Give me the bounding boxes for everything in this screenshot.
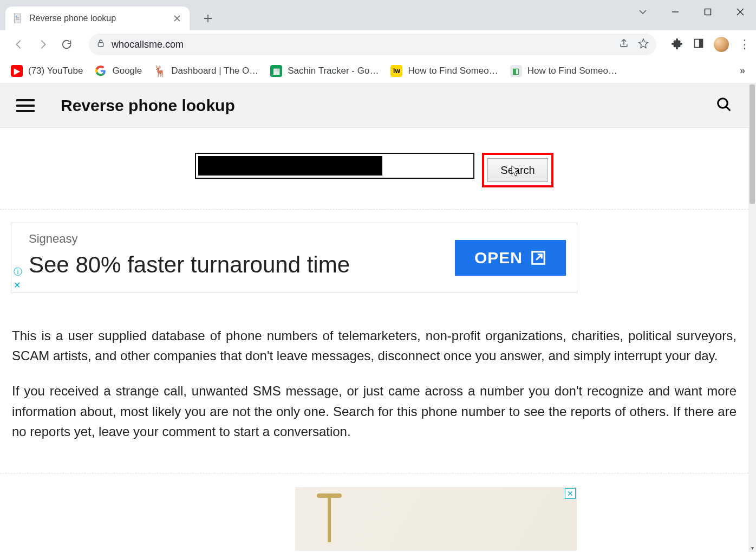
ad-close-button[interactable]: ✕ [565,488,576,499]
reload-button[interactable] [57,35,76,54]
window-minimize-button[interactable] [663,1,688,23]
svg-point-8 [718,98,728,108]
browser-tab[interactable]: Reverse phone lookup [5,7,190,30]
ad-brand: Signeasy [29,232,78,246]
ad-banner-2[interactable]: ✕ [11,486,577,551]
bookmark-favicon: ◧ [510,65,522,77]
description-paragraph: This is a user supplied database of phon… [12,326,737,366]
bookmarks-bar: ▶(73) YouTube Google 🦌Dashboard | The O…… [0,59,756,83]
svg-rect-3 [16,19,19,20]
svg-rect-5 [98,43,103,47]
svg-rect-4 [705,9,711,15]
bookmark-label: Dashboard | The O… [171,66,258,76]
site-header: Reverse phone lookup [0,83,748,128]
bookmark-item[interactable]: Google [95,65,142,77]
svg-rect-0 [15,14,21,23]
svg-rect-1 [16,16,17,17]
bookmark-label: Google [112,66,142,76]
bookmark-favicon: 🦌 [154,65,166,77]
bookmark-label: How to Find Someo… [408,66,498,76]
window-close-button[interactable] [728,1,753,23]
scroll-down-button[interactable]: ▾ [748,543,756,552]
window-titlebar: Reverse phone lookup [0,0,756,30]
search-button[interactable]: Search [487,158,548,182]
bookmark-label: How to Find Someo… [527,66,617,76]
header-search-button[interactable] [716,96,732,115]
ad-open-button[interactable]: OPEN [455,240,566,276]
chrome-menu-button[interactable]: ⋮ [739,37,751,51]
bookmark-item[interactable]: ◧How to Find Someo… [510,65,617,77]
share-icon[interactable] [618,38,629,51]
tab-close-button[interactable] [172,14,182,23]
adchoices-icon[interactable]: ⓘ✕ [14,267,22,290]
sheets-icon: ▦ [270,65,282,77]
window-maximize-button[interactable] [695,1,720,23]
extensions-icon[interactable] [672,37,683,51]
forward-button[interactable] [34,35,52,54]
sidepanel-icon[interactable] [693,38,704,51]
ad-image [328,493,331,542]
ad-cta-label: OPEN [474,249,523,267]
hamburger-menu-button[interactable] [16,96,35,115]
bookmarks-overflow-button[interactable]: » [740,65,745,76]
bookmark-item[interactable]: 🦌Dashboard | The O… [154,65,258,77]
profile-avatar[interactable] [714,37,729,52]
youtube-icon: ▶ [11,65,23,77]
page-title: Reverse phone lookup [61,96,235,115]
description-paragraph: If you received a strange call, unwanted… [12,381,737,441]
svg-rect-2 [16,17,19,18]
bookmark-label: Sachin Tracker - Go… [288,66,379,76]
ad-headline: See 80% faster turnaround time [29,252,350,278]
phone-number-input[interactable] [195,153,474,179]
search-button-highlight: Search [482,153,553,187]
page-viewport: Reverse phone lookup Search ⓘ✕ Signeasy … [0,83,748,552]
bookmark-label: (73) YouTube [28,66,83,76]
bookmark-star-icon[interactable] [638,38,649,51]
lock-icon [96,39,105,50]
redacted-value [198,156,382,176]
bookmark-favicon: lw [390,65,402,77]
address-bar[interactable]: whocallsme.com [89,34,656,55]
new-tab-button[interactable] [199,10,217,27]
bookmark-item[interactable]: lwHow to Find Someo… [390,65,498,77]
back-button[interactable] [10,35,28,54]
description-section: This is a user supplied database of phon… [0,293,748,473]
google-icon [95,65,107,77]
tab-favicon [13,13,24,24]
svg-rect-7 [699,40,703,48]
bookmark-item[interactable]: ▶(73) YouTube [11,65,83,77]
scrollbar-thumb[interactable] [750,85,755,204]
tab-search-button[interactable] [630,1,655,23]
url-text: whocallsme.com [112,39,184,50]
search-area: Search [0,128,748,210]
vertical-scrollbar[interactable]: ▴ ▾ [748,83,756,552]
tab-title: Reverse phone lookup [29,14,167,23]
ad-banner[interactable]: ⓘ✕ Signeasy See 80% faster turnaround ti… [11,223,577,293]
browser-toolbar: whocallsme.com ⋮ [0,30,756,59]
window-controls [630,1,753,23]
bookmark-item[interactable]: ▦Sachin Tracker - Go… [270,65,379,77]
